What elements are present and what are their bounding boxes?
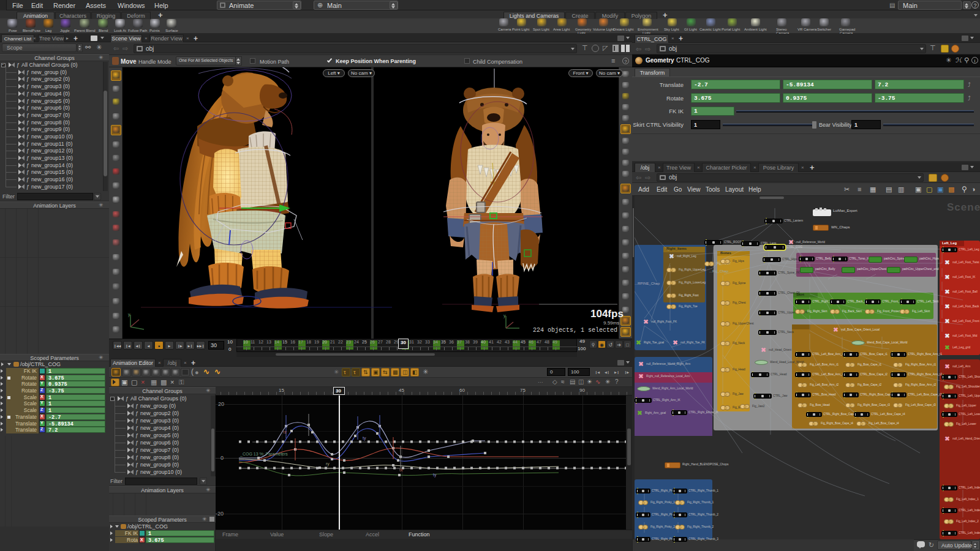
svg-text:y: y <box>503 313 506 318</box>
svg-text:y: y <box>128 312 130 317</box>
svg-text:ry: ry <box>326 462 330 467</box>
svg-text:_COG 13 %: Parameters: _COG 13 %: Parameters <box>239 452 288 457</box>
svg-text:ty: ty <box>433 473 437 478</box>
svg-text:rz: rz <box>283 430 287 434</box>
svg-text:tx: tx <box>399 468 403 472</box>
svg-text:ty: ty <box>363 436 366 441</box>
